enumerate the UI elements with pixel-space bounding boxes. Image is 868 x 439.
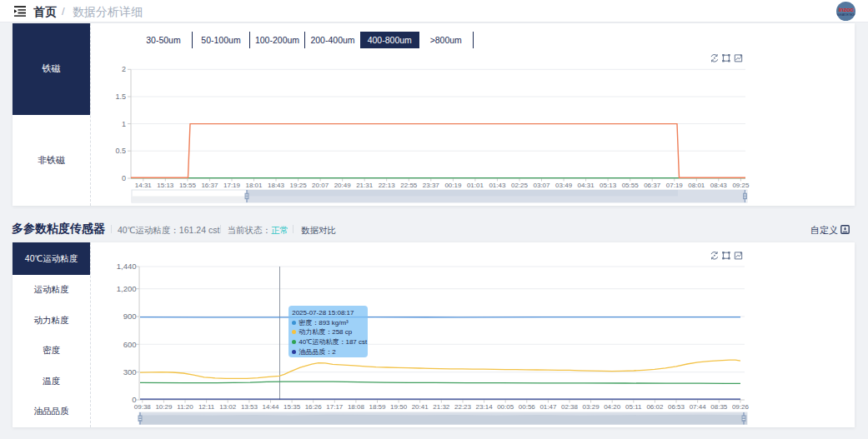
svg-text:13:02: 13:02 <box>219 403 237 411</box>
svg-text:00:05: 00:05 <box>497 403 514 411</box>
svg-text:08:43: 08:43 <box>710 182 728 189</box>
svg-text:21:32: 21:32 <box>433 403 450 411</box>
svg-text:0: 0 <box>122 174 126 182</box>
svg-text:23:37: 23:37 <box>423 182 440 189</box>
svg-text:23:14: 23:14 <box>476 403 494 411</box>
svg-text:600: 600 <box>123 340 137 349</box>
svg-text:14:31: 14:31 <box>135 182 153 189</box>
svg-text:17:19: 17:19 <box>223 182 241 189</box>
svg-text:01:01: 01:01 <box>467 182 484 189</box>
svg-text:09:38: 09:38 <box>134 403 152 411</box>
svg-text:03:29: 03:29 <box>583 403 600 411</box>
svg-text:01:43: 01:43 <box>489 182 506 189</box>
svg-text:03:49: 03:49 <box>555 182 573 189</box>
svg-text:05:55: 05:55 <box>622 182 640 189</box>
svg-text:05:13: 05:13 <box>600 182 617 189</box>
svg-text:15:35: 15:35 <box>283 403 301 411</box>
svg-text:19:50: 19:50 <box>390 403 408 411</box>
svg-text:08:35: 08:35 <box>710 403 728 411</box>
svg-text:20:07: 20:07 <box>312 182 329 189</box>
svg-text:19:25: 19:25 <box>290 182 308 189</box>
svg-text:17:17: 17:17 <box>326 403 344 411</box>
svg-text:00:56: 00:56 <box>519 403 536 411</box>
svg-text:02:38: 02:38 <box>561 403 579 411</box>
svg-text:05:11: 05:11 <box>625 403 642 411</box>
svg-text:0.5: 0.5 <box>115 147 126 155</box>
svg-text:09:26: 09:26 <box>732 403 750 411</box>
svg-text:1.5: 1.5 <box>115 92 126 101</box>
svg-text:06:02: 06:02 <box>646 403 664 411</box>
svg-text:01:47: 01:47 <box>539 403 557 411</box>
svg-text:07:19: 07:19 <box>666 182 684 189</box>
svg-text:20:49: 20:49 <box>334 182 352 189</box>
svg-text:18:59: 18:59 <box>369 403 386 411</box>
svg-text:10:29: 10:29 <box>155 403 173 411</box>
svg-text:18:43: 18:43 <box>268 182 285 189</box>
svg-text:300: 300 <box>123 367 137 377</box>
svg-text:09:25: 09:25 <box>732 182 750 189</box>
svg-text:15:13: 15:13 <box>157 182 174 189</box>
svg-text:06:53: 06:53 <box>668 403 685 411</box>
svg-text:03:07: 03:07 <box>533 182 550 189</box>
svg-text:20:41: 20:41 <box>412 403 429 411</box>
svg-text:900: 900 <box>123 312 137 321</box>
svg-text:11:20: 11:20 <box>177 403 193 411</box>
svg-text:13:53: 13:53 <box>241 403 258 411</box>
svg-text:22:23: 22:23 <box>454 403 472 411</box>
svg-text:14:44: 14:44 <box>262 403 279 411</box>
svg-text:02:25: 02:25 <box>511 182 529 189</box>
svg-text:22:13: 22:13 <box>379 182 396 189</box>
svg-text:18:08: 18:08 <box>348 403 365 411</box>
svg-text:04:20: 04:20 <box>604 403 621 411</box>
svg-text:16:26: 16:26 <box>305 403 323 411</box>
svg-text:12:11: 12:11 <box>198 403 215 411</box>
svg-text:06:37: 06:37 <box>644 182 661 189</box>
svg-text:18:01: 18:01 <box>245 182 263 189</box>
svg-text:2: 2 <box>122 65 126 73</box>
svg-text:04:31: 04:31 <box>578 182 595 189</box>
svg-text:1,440: 1,440 <box>117 262 137 271</box>
svg-text:1: 1 <box>122 120 126 128</box>
svg-text:21:31: 21:31 <box>356 182 374 189</box>
svg-text:08:01: 08:01 <box>688 182 705 189</box>
svg-text:1,200: 1,200 <box>117 284 137 293</box>
svg-text:00:19: 00:19 <box>444 182 462 189</box>
svg-text:15:55: 15:55 <box>179 182 197 189</box>
svg-text:22:55: 22:55 <box>400 182 418 189</box>
svg-text:16:37: 16:37 <box>201 182 218 189</box>
svg-text:07:44: 07:44 <box>690 403 707 411</box>
